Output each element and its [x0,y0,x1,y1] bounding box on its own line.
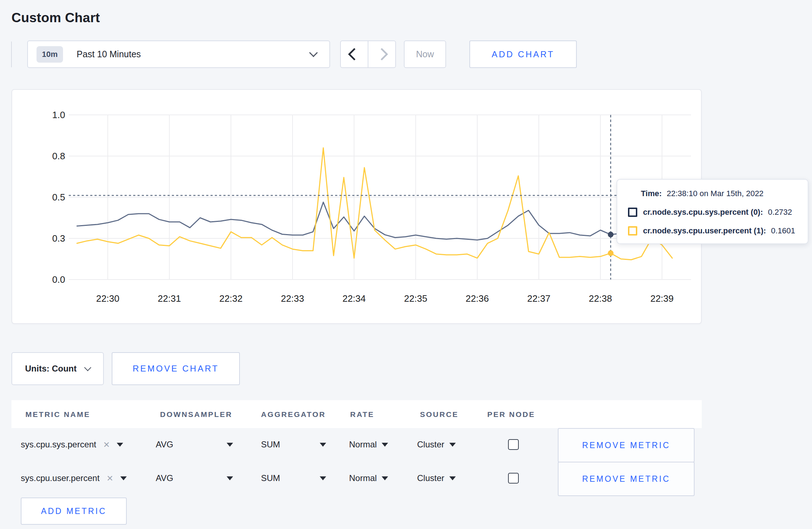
add-chart-button[interactable]: ADD CHART [469,40,577,68]
caret-down-icon [227,476,233,480]
svg-text:22:34: 22:34 [342,293,366,304]
downsampler-value: AVG [156,440,173,450]
aggregator-select[interactable]: SUM [261,440,326,450]
chart-plot[interactable]: 0.00.30.50.81.022:3022:3122:3222:3322:34… [12,90,702,325]
caret-down-icon [449,476,456,480]
series-user-swatch-icon [628,226,637,236]
col-header-source: SOURCE [420,410,459,419]
tooltip-time-label: Time: [641,189,662,198]
svg-text:22:36: 22:36 [465,293,489,304]
caret-down-icon [117,443,123,447]
chevron-left-icon [348,48,361,60]
svg-text:22:39: 22:39 [650,293,673,304]
caret-down-icon [120,476,127,480]
remove-metric-button[interactable]: REMOVE METRIC [558,462,695,496]
tooltip-time-value: 22:38:10 on Mar 15th, 2022 [667,189,763,198]
aggregator-value: SUM [261,473,280,483]
svg-text:22:30: 22:30 [96,293,119,304]
tooltip-series-row: cr.node.sys.cpu.user.percent (1): 0.1601 [628,226,795,236]
metric-name-select[interactable]: sys.cpu.user.percent × [21,473,127,483]
tooltip-time-row: Time: 22:38:10 on Mar 15th, 2022 [641,189,764,198]
units-label: Units: Count [25,364,77,374]
now-button[interactable]: Now [404,40,446,68]
tooltip-series-label: cr.node.sys.cpu.user.percent (1): [643,226,766,236]
metric-name-value: sys.cpu.user.percent [21,473,100,483]
custom-chart-card: 0.00.30.50.81.022:3022:3122:3222:3322:34… [11,89,702,324]
downsampler-value: AVG [156,473,173,483]
timescale-dropdown[interactable]: 10m Past 10 Minutes [27,40,330,68]
next-time-button[interactable] [368,41,395,67]
per-node-checkbox[interactable] [508,439,519,450]
tooltip-series-row: cr.node.sys.cpu.sys.percent (0): 0.2732 [628,208,792,217]
svg-text:0.0: 0.0 [52,274,65,285]
series-sys-swatch-icon [628,208,637,217]
units-dropdown[interactable]: Units: Count [11,352,104,385]
timescale-badge: 10m [37,46,63,63]
metric-name-value: sys.cpu.sys.percent [21,440,96,450]
downsampler-select[interactable]: AVG [156,440,233,450]
svg-text:22:31: 22:31 [158,293,181,304]
chevron-down-icon [309,48,318,57]
svg-text:1.0: 1.0 [52,110,65,120]
page-title: Custom Chart [11,10,100,25]
caret-down-icon [382,443,388,447]
col-header-downsampler: DOWNSAMPLER [160,410,232,419]
svg-text:22:33: 22:33 [281,293,304,304]
add-metric-button[interactable]: ADD METRIC [21,498,127,525]
svg-text:22:37: 22:37 [527,293,550,304]
toolbar-divider [11,42,12,67]
source-value: Cluster [417,473,444,483]
col-header-rate: RATE [350,410,374,419]
tooltip-series-value: 0.2732 [768,208,792,217]
source-value: Cluster [417,440,444,450]
col-header-metric-name: METRIC NAME [25,410,90,419]
table-row: sys.cpu.user.percent × AVG SUM Normal Cl… [0,462,812,495]
svg-text:0.3: 0.3 [52,233,65,244]
svg-text:22:32: 22:32 [219,293,242,304]
timescale-label: Past 10 Minutes [77,49,141,59]
svg-text:22:38: 22:38 [589,293,612,304]
caret-down-icon [449,443,456,447]
clear-icon[interactable]: × [107,475,113,482]
tooltip-series-label: cr.node.sys.cpu.sys.percent (0): [643,208,763,217]
rate-value: Normal [349,440,377,450]
rate-select[interactable]: Normal [349,473,388,483]
caret-down-icon [227,443,233,447]
caret-down-icon [382,476,388,480]
tooltip-series-value: 0.1601 [771,226,795,236]
prev-time-button[interactable] [341,41,368,67]
aggregator-select[interactable]: SUM [261,473,326,483]
metric-name-select[interactable]: sys.cpu.sys.percent × [21,440,123,450]
time-pager [340,40,396,68]
per-node-checkbox[interactable] [508,473,519,484]
source-select[interactable]: Cluster [417,473,456,483]
chevron-down-icon [84,364,91,371]
svg-text:22:35: 22:35 [404,293,427,304]
chevron-right-icon [376,48,388,60]
chart-tooltip: Time: 22:38:10 on Mar 15th, 2022 cr.node… [617,179,808,244]
table-row: sys.cpu.sys.percent × AVG SUM Normal Clu… [0,428,812,461]
col-header-per-node: PER NODE [487,410,535,419]
rate-select[interactable]: Normal [349,440,388,450]
svg-text:0.8: 0.8 [52,151,65,161]
remove-chart-button[interactable]: REMOVE CHART [112,352,240,385]
clear-icon[interactable]: × [103,441,110,448]
downsampler-select[interactable]: AVG [156,473,233,483]
col-header-aggregator: AGGREGATOR [261,410,326,419]
remove-metric-button[interactable]: REMOVE METRIC [558,428,695,462]
caret-down-icon [320,476,326,480]
aggregator-value: SUM [261,440,280,450]
rate-value: Normal [349,473,377,483]
svg-text:0.5: 0.5 [52,192,65,203]
caret-down-icon [320,443,326,447]
source-select[interactable]: Cluster [417,440,456,450]
